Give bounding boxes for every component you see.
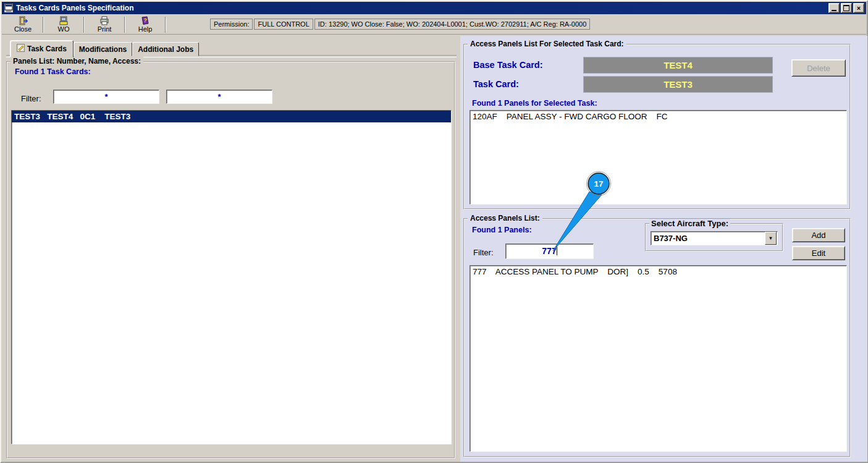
edit-button[interactable]: Edit [792,246,845,260]
found-panels-text: Found 1 Panels: [472,226,532,234]
tab-task-cards[interactable]: Task Cards [10,40,74,57]
close-button[interactable]: Close [6,16,40,33]
title-bar: Tasks Cards Panels Specification × [2,2,866,14]
panels-filter-value: 777 [542,246,556,256]
app-icon [4,4,13,12]
aircraft-type-combobox[interactable]: B737-NG ▼ [651,231,778,245]
found-task-cards-text: Found 1 Task Cards: [15,67,91,76]
access-panels-group-title: Access Panels List: [468,214,542,223]
help-button-label: Help [138,25,153,33]
tab-strip: Task Cards Modifications Additional Jobs [10,40,199,56]
work-order-icon [59,16,69,25]
restore-button[interactable] [841,3,852,13]
add-button[interactable]: Add [792,228,845,242]
context-info: ID: 13290; WO Close: False; WO: 202404-L… [314,19,591,30]
task-cards-group-title: Panels List: Number, Name, Access: [11,57,143,66]
toolbar-separator [43,17,44,33]
task-card-label: Task Card: [473,79,519,89]
window-title: Tasks Cards Panels Specification [16,4,828,12]
access-panels-list: 777 ACCESS PANEL TO PUMP DOR] 0.5 5708 [470,265,847,452]
toolbar-separator [83,17,85,33]
panels-filter-label: Filter: [473,248,494,257]
selected-task-panels-list: 120AF PANEL ASSY - FWD CARGO FLOOR FC [470,110,847,205]
delete-button[interactable]: Delete [791,59,846,77]
access-panels-section: Access Panels List For Selected Task Car… [460,36,867,462]
base-task-card-value: TEST4 [583,57,773,74]
permission-label: Permission: [210,19,253,30]
toolbar: Close WO Print [2,15,866,35]
aircraft-type-value: B737-NG [651,234,764,243]
minimize-button[interactable] [828,3,840,13]
chevron-down-icon[interactable]: ▼ [765,232,777,245]
access-panels-group: Access Panels List: Found 1 Panels: Filt… [463,218,851,457]
task-filter-label: Filter: [21,94,41,103]
tab-additional-jobs[interactable]: Additional Jobs [132,42,199,56]
text-cursor [557,247,557,255]
wo-button[interactable]: WO [46,16,81,33]
found-panels-selected-task-text: Found 1 Panels for Selected Task: [472,99,597,108]
help-button[interactable]: ? Help [128,16,162,33]
task-card-value: TEST3 [583,76,773,93]
close-icon: × [857,5,861,11]
base-task-card-label: Base Task Card: [473,60,543,70]
help-book-icon: ? [140,16,150,25]
task-card-row[interactable]: TEST3 TEST4 0C1 TEST3 [12,111,451,122]
tab-additional-jobs-label: Additional Jobs [138,45,193,54]
restore-icon [843,5,849,11]
aircraft-type-group-title: Select Aircraft Type: [649,219,730,228]
toolbar-separator [165,17,166,33]
print-button-label: Print [98,25,112,33]
aircraft-type-group: Select Aircraft Type: B737-NG ▼ [645,223,783,252]
svg-text:?: ? [143,17,148,24]
selected-task-panels-group-title: Access Panels List For Selected Task Car… [468,40,626,48]
panels-filter-input[interactable]: 777 [505,244,594,259]
selected-task-panels-group: Access Panels List For Selected Task Car… [463,44,851,210]
app-window: Tasks Cards Panels Specification × Close [0,0,868,463]
access-panel-row[interactable]: 777 ACCESS PANEL TO PUMP DOR] 0.5 5708 [470,266,846,278]
task-cards-group: Panels List: Number, Name, Access: Found… [6,61,455,459]
tab-modifications[interactable]: Modifications [74,42,132,56]
tab-modifications-label: Modifications [79,45,127,54]
exit-door-icon [18,16,28,25]
tab-task-cards-label: Task Cards [27,45,67,53]
print-button[interactable]: Print [87,16,122,33]
printer-icon [99,16,109,25]
task-filter-input-2[interactable]: * [166,90,272,104]
status-info-bar: Permission: FULL CONTROL ID: 13290; WO C… [210,19,590,30]
wo-button-label: WO [58,25,70,33]
toolbar-separator [124,17,125,33]
minimize-icon [832,10,836,11]
close-button-label: Close [14,25,32,33]
task-cards-list: TEST3 TEST4 0C1 TEST3 [11,110,452,444]
task-filter-input-1[interactable]: * [53,90,159,104]
task-card-icon [17,44,25,54]
permission-value: FULL CONTROL [254,19,313,30]
close-window-button[interactable]: × [853,3,864,13]
panel-row[interactable]: 120AF PANEL ASSY - FWD CARGO FLOOR FC [470,111,846,122]
